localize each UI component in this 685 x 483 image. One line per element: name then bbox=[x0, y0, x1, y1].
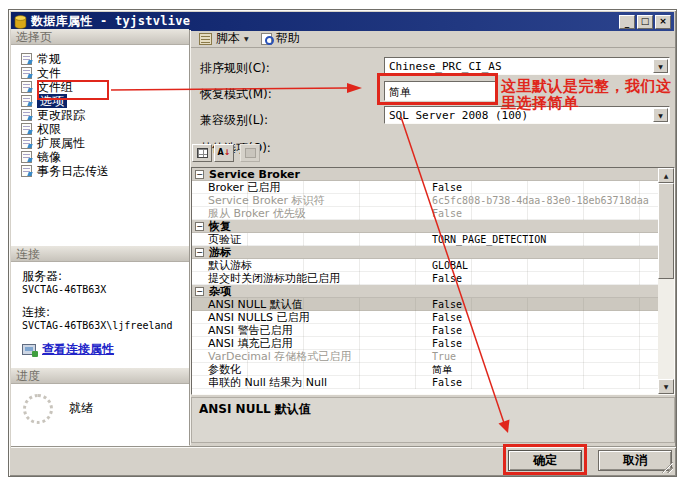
progress-panel: 就绪 bbox=[11, 384, 189, 447]
grid-row[interactable]: 串联的 Null 结果为 NullFalse bbox=[192, 376, 658, 389]
database-icon bbox=[14, 15, 27, 29]
collapse-icon[interactable]: − bbox=[195, 170, 204, 179]
collapse-icon[interactable]: − bbox=[195, 287, 204, 296]
grid-row[interactable]: 默认游标GLOBAL bbox=[192, 259, 658, 272]
select-page-header: 选择页 bbox=[11, 29, 189, 45]
page-icon bbox=[21, 67, 32, 79]
collapse-icon[interactable]: − bbox=[195, 248, 204, 257]
help-icon bbox=[261, 33, 272, 45]
collation-label: 排序规则(C): bbox=[200, 60, 270, 77]
categorized-icon bbox=[197, 148, 208, 158]
sidebar-item-files[interactable]: 文件 bbox=[11, 66, 189, 80]
grid-category-row[interactable]: −Service Broker bbox=[192, 168, 658, 181]
sidebar-item-extended-properties[interactable]: 扩展属性 bbox=[11, 136, 189, 150]
ok-button[interactable]: 确定 bbox=[508, 450, 582, 471]
grid-row[interactable]: 提交时关闭游标功能已启用False bbox=[192, 272, 658, 285]
alphabetical-sort-button[interactable]: A↓ bbox=[214, 144, 234, 162]
grid-row[interactable]: ANSI 警告已启用False bbox=[192, 324, 658, 337]
property-grid: −Service Broker Broker 已启用False Service … bbox=[191, 167, 675, 395]
recovery-model-label: 恢复模式(M): bbox=[200, 86, 272, 103]
minimize-button[interactable]: _ bbox=[619, 15, 635, 29]
sidebar-item-mirroring[interactable]: 镜像 bbox=[11, 150, 189, 164]
chevron-down-icon[interactable]: ▼ bbox=[653, 108, 668, 122]
server-name: SVCTAG-46TB63X bbox=[22, 283, 189, 296]
collation-select[interactable]: Chinese_PRC_CI_AS ▼ bbox=[384, 57, 670, 75]
server-label: 服务器: bbox=[22, 269, 189, 283]
page-icon bbox=[21, 165, 32, 177]
screenshot-canvas: 数据库属性 - tyjstvlive _ □ × 选择页 常规 文件 文件组 选… bbox=[0, 0, 685, 483]
progress-spinner-icon bbox=[23, 394, 53, 424]
page-icon bbox=[21, 123, 32, 135]
recovery-model-input[interactable]: 简单 bbox=[384, 81, 496, 101]
grid-row[interactable]: 参数化简单 bbox=[192, 363, 658, 376]
window-title: 数据库属性 - tyjstvlive bbox=[31, 13, 190, 30]
options-page: 排序规则(C): Chinese_PRC_CI_AS ▼ 恢复模式(M): 简单… bbox=[191, 48, 675, 445]
script-button[interactable]: 脚本 ▼ bbox=[195, 31, 253, 47]
close-button[interactable]: × bbox=[655, 15, 671, 29]
page-icon bbox=[21, 81, 32, 93]
page-icon bbox=[21, 109, 32, 121]
property-pages-icon bbox=[245, 148, 256, 158]
dialog-toolbar: 脚本 ▼ 帮助 bbox=[191, 30, 675, 48]
collapse-icon[interactable]: − bbox=[195, 222, 204, 231]
script-icon bbox=[199, 33, 212, 45]
grid-row-selected[interactable]: ANSI NULL 默认值False bbox=[192, 298, 658, 311]
az-sort-icon: A↓ bbox=[218, 149, 231, 157]
view-connection-properties-link[interactable]: 查看连接属性 bbox=[42, 341, 114, 358]
maximize-button[interactable]: □ bbox=[637, 15, 653, 29]
grid-row[interactable]: Service Broker 标识符6c5fc808-b738-4daa-83e… bbox=[192, 194, 658, 207]
grid-category-row[interactable]: −恢复 bbox=[192, 220, 658, 233]
sidebar-item-change-tracking[interactable]: 更改跟踪 bbox=[11, 108, 189, 122]
page-icon bbox=[21, 151, 32, 163]
scroll-up-icon[interactable]: ▲ bbox=[658, 168, 674, 183]
page-icon bbox=[21, 95, 32, 107]
connection-properties-icon bbox=[22, 344, 36, 355]
grid-row[interactable]: 页验证TORN_PAGE_DETECTION bbox=[192, 233, 658, 246]
connection-label: 连接: bbox=[22, 305, 189, 319]
property-description: ANSI NULL 默认值 bbox=[191, 397, 675, 443]
connection-panel: 服务器: SVCTAG-46TB63X 连接: SVCTAG-46TB63X\l… bbox=[11, 262, 189, 368]
sidebar-item-filegroups[interactable]: 文件组 bbox=[11, 80, 189, 94]
sidebar-item-log-shipping[interactable]: 事务日志传送 bbox=[11, 164, 189, 178]
categorized-button[interactable] bbox=[192, 144, 212, 162]
grid-row[interactable]: 服从 Broker 优先级False bbox=[192, 207, 658, 220]
grid-row[interactable]: ANSI 填充已启用False bbox=[192, 337, 658, 350]
grid-category-row[interactable]: −游标 bbox=[192, 246, 658, 259]
database-properties-dialog: 数据库属性 - tyjstvlive _ □ × 选择页 常规 文件 文件组 选… bbox=[8, 9, 677, 477]
connection-name: SVCTAG-46TB63X\ljfreeland bbox=[22, 319, 189, 332]
scroll-down-icon[interactable]: ▼ bbox=[658, 379, 674, 394]
progress-header: 进度 bbox=[11, 368, 189, 384]
sidebar-item-permissions[interactable]: 权限 bbox=[11, 122, 189, 136]
cancel-button[interactable]: 取消 bbox=[598, 450, 672, 471]
property-pages-button bbox=[240, 144, 260, 162]
connection-header: 连接 bbox=[11, 246, 189, 262]
sidebar-item-general[interactable]: 常规 bbox=[11, 52, 189, 66]
footer-divider bbox=[11, 446, 676, 448]
compatibility-level-label: 兼容级别(L): bbox=[200, 112, 268, 129]
scrollbar-thumb[interactable] bbox=[658, 183, 674, 279]
grid-row[interactable]: ANSI NULLS 已启用False bbox=[192, 311, 658, 324]
grid-scrollbar[interactable]: ▲ ▼ bbox=[658, 168, 674, 394]
grid-toolbar: A↓ bbox=[192, 144, 260, 162]
sidebar-item-options[interactable]: 选项 bbox=[11, 94, 189, 108]
page-list: 常规 文件 文件组 选项 更改跟踪 权限 扩展属性 镜像 事务日志传送 bbox=[11, 45, 189, 246]
compatibility-level-select[interactable]: SQL Server 2008 (100) ▼ bbox=[384, 106, 670, 124]
progress-status: 就绪 bbox=[69, 400, 93, 417]
help-button[interactable]: 帮助 bbox=[257, 31, 304, 47]
page-icon bbox=[21, 137, 32, 149]
grid-row[interactable]: VarDecimal 存储格式已启用True bbox=[192, 350, 658, 363]
grid-row[interactable]: Broker 已启用False bbox=[192, 181, 658, 194]
grid-category-row[interactable]: −杂项 bbox=[192, 285, 658, 298]
chevron-down-icon: ▼ bbox=[244, 35, 249, 42]
page-icon bbox=[21, 53, 32, 65]
chevron-down-icon[interactable]: ▼ bbox=[653, 59, 668, 73]
